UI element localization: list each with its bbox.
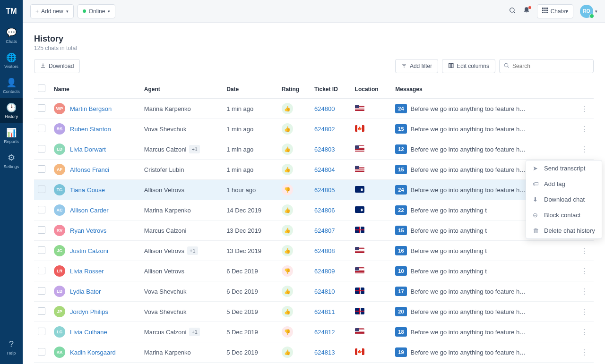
sidebar-item-visitors[interactable]: 🌐Visitors (0, 48, 23, 73)
sidebar-item-reports[interactable]: 📊Reports (0, 123, 23, 148)
row-actions-button[interactable]: ⋮ (579, 145, 590, 153)
row-checkbox[interactable] (38, 287, 45, 295)
row-checkbox[interactable] (38, 328, 45, 335)
row-checkbox[interactable] (38, 125, 45, 132)
row-actions-button[interactable]: ⋮ (579, 247, 590, 255)
context-menu-item[interactable]: ⬇Download chat (526, 192, 602, 207)
row-checkbox[interactable] (38, 348, 45, 356)
select-all-checkbox[interactable] (38, 85, 45, 92)
table-row[interactable]: AFAlfonso Franci Cristofer Lubin 1 min a… (34, 160, 594, 180)
row-checkbox[interactable] (38, 104, 45, 112)
ticket-link[interactable]: 624807 (314, 227, 335, 234)
table-row[interactable]: ACAllison Carder Marina Karpenko 14 Dec … (34, 200, 594, 220)
add-new-button[interactable]: + Add new ▾ (30, 4, 74, 18)
contact-name-link[interactable]: Livia Dorwart (70, 146, 106, 153)
row-checkbox[interactable] (38, 226, 45, 234)
ticket-link[interactable]: 624813 (314, 349, 335, 356)
row-checkbox[interactable] (38, 145, 45, 152)
sidebar-item-chats[interactable]: 💬Chats (0, 23, 23, 48)
row-actions-button[interactable]: ⋮ (579, 348, 590, 356)
message-count-badge: 24 (395, 104, 406, 113)
ticket-link[interactable]: 624805 (314, 186, 335, 194)
ticket-link[interactable]: 624809 (314, 268, 335, 275)
contact-name-link[interactable]: Justin Calzoni (70, 247, 108, 254)
contact-name-link[interactable]: Allison Carder (70, 207, 109, 214)
contact-name-link[interactable]: Alfonso Franci (70, 166, 109, 173)
table-row[interactable]: LRLivia Rosser Allison Vetrovs 6 Dec 201… (34, 261, 594, 281)
sidebar-item-contacts[interactable]: 👤Contacts (0, 73, 23, 98)
ticket-link[interactable]: 624802 (314, 126, 335, 133)
search-icon[interactable] (509, 7, 516, 16)
context-menu-item[interactable]: 🏷Add tag (526, 176, 602, 192)
contact-name-link[interactable]: Livia Culhane (70, 329, 107, 336)
row-actions-button[interactable]: ⋮ (579, 105, 590, 113)
rating-thumb-up-icon: 👍 (282, 144, 293, 155)
extra-agents-badge[interactable]: +1 (187, 246, 198, 255)
sidebar-item-help[interactable]: ? Help (0, 335, 23, 359)
row-actions-button[interactable]: ⋮ (579, 288, 590, 296)
extra-agents-badge[interactable]: +1 (189, 328, 200, 336)
ticket-link[interactable]: 624804 (314, 166, 335, 173)
reports-icon: 📊 (6, 127, 17, 138)
row-actions-button[interactable]: ⋮ (579, 308, 590, 316)
column-header: Agent (140, 80, 223, 99)
user-menu[interactable]: RO ▾ (580, 5, 597, 18)
row-checkbox[interactable] (38, 186, 45, 193)
search-input[interactable] (512, 63, 589, 69)
row-checkbox[interactable] (38, 165, 45, 173)
notifications-icon[interactable] (523, 7, 530, 16)
sidebar-item-label: Settings (4, 164, 19, 169)
row-actions-button[interactable]: ⋮ (579, 328, 590, 336)
extra-agents-badge[interactable]: +1 (189, 145, 200, 153)
contact-name-link[interactable]: Livia Rosser (70, 268, 104, 275)
edit-columns-button[interactable]: Edit columns (442, 59, 495, 73)
row-checkbox[interactable] (38, 307, 45, 315)
download-button[interactable]: Download (34, 59, 80, 73)
search-box[interactable] (499, 59, 594, 73)
topbar: + Add new ▾ Online ▾ Chats ▾ RO ▾ (23, 0, 605, 23)
table-row[interactable]: LBLydia Bator Vova Shevchuk 6 Dec 2019 👍… (34, 281, 594, 302)
context-menu-item[interactable]: 🗑Delete chat history (526, 223, 602, 238)
table-row[interactable]: LCLivia Culhane Marcus Calzoni+1 5 Dec 2… (34, 322, 594, 342)
ticket-link[interactable]: 624810 (314, 288, 335, 295)
row-actions-button[interactable]: ⋮ (579, 125, 590, 133)
table-row[interactable]: RSRuben Stanton Vova Shevchuk 1 min ago … (34, 119, 594, 139)
row-checkbox[interactable] (38, 267, 45, 274)
ticket-link[interactable]: 624806 (314, 207, 335, 214)
contact-name-link[interactable]: Martin Bergson (70, 105, 112, 112)
table-row[interactable]: KKKadin Korsgaard Marina Karpenko 5 Dec … (34, 342, 594, 363)
ticket-link[interactable]: 624808 (314, 247, 335, 254)
contact-name-link[interactable]: Ryan Vetrovs (70, 227, 106, 234)
download-label: Download (49, 63, 74, 69)
row-checkbox[interactable] (38, 206, 45, 213)
table-row[interactable]: LDLivia Dorwart Marcus Calzoni+1 1 min a… (34, 139, 594, 160)
table-row[interactable]: JCJustin Calzoni Allison Vetrovs+1 13 De… (34, 241, 594, 261)
sidebar-item-settings[interactable]: ⚙Settings (0, 148, 23, 173)
table-row[interactable]: TGTiana Gouse Allison Vetrovs 1 hour ago… (34, 180, 594, 200)
table-row[interactable]: JBJaylon Bergson Cristofer Lubin 4 Dec 2… (34, 363, 594, 364)
contact-name-link[interactable]: Lydia Bator (70, 288, 101, 295)
ticket-link[interactable]: 624812 (314, 329, 335, 336)
flag-au-icon (355, 206, 364, 213)
context-menu-item[interactable]: ⊖Block contact (526, 207, 602, 223)
avatar: LC (54, 326, 65, 338)
apps-dropdown[interactable]: Chats ▾ (537, 4, 573, 18)
sidebar-item-history[interactable]: 🕑History (0, 98, 23, 123)
table-row[interactable]: WPMartin Bergson Marina Karpenko 1 min a… (34, 99, 594, 119)
row-actions-button[interactable]: ⋮ (579, 267, 590, 275)
contact-name-link[interactable]: Kadin Korsgaard (70, 349, 116, 356)
context-menu-item[interactable]: ➤Send transcript (526, 161, 602, 176)
table-row[interactable]: JPJordyn Philips Vova Shevchuk 5 Dec 201… (34, 302, 594, 322)
contact-name-link[interactable]: Tiana Gouse (70, 186, 105, 194)
contact-name-link[interactable]: Ruben Stanton (70, 126, 111, 133)
row-checkbox[interactable] (38, 246, 45, 254)
ticket-link[interactable]: 624800 (314, 105, 335, 112)
ticket-link[interactable]: 624803 (314, 146, 335, 153)
ticket-link[interactable]: 624811 (314, 308, 335, 315)
status-button[interactable]: Online ▾ (78, 4, 116, 18)
flag-us-icon (355, 145, 364, 152)
add-filter-button[interactable]: Add filter (395, 59, 438, 73)
contact-name-link[interactable]: Jordyn Philips (70, 308, 108, 315)
table-row[interactable]: RVRyan Vetrovs Marcus Calzoni 13 Dec 201… (34, 220, 594, 241)
logo[interactable]: TM (0, 0, 23, 23)
